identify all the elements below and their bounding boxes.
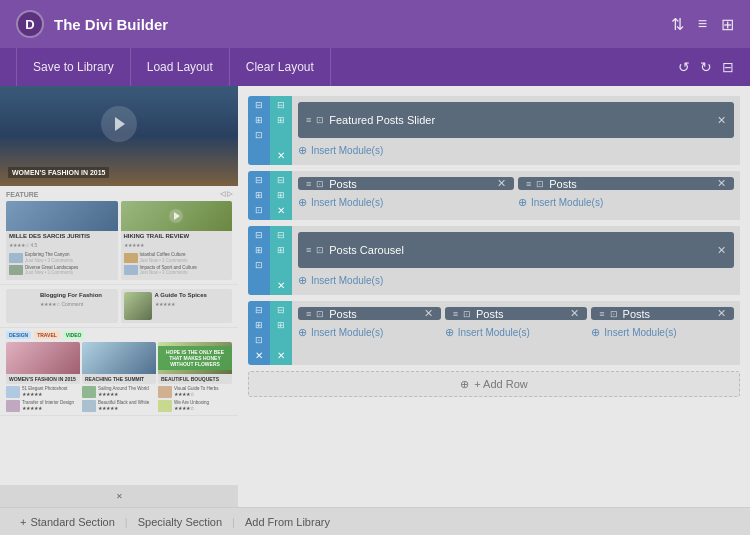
row-delete-icon-4[interactable]: ✕ [277,350,285,361]
module-settings-icon-5[interactable]: ⊡ [316,309,324,319]
section-settings-icon-3[interactable]: ⊞ [255,245,263,255]
specialty-section-button[interactable]: Specialty Section [128,508,232,536]
module-settings-icon[interactable]: ⊡ [316,115,324,125]
standard-section-button[interactable]: + Standard Section [10,508,125,536]
section-1: ⊟ ⊞ ⊡ ⊟ ⊞ ✕ ≡ ⊡ Featured P [248,96,740,165]
module-posts-4c[interactable]: ≡ ⊡ Posts ✕ [591,307,734,320]
section-bar-3: ⊟ ⊞ ⊡ [248,226,270,295]
module-settings-icon-7[interactable]: ⊡ [610,309,618,319]
insert-module-7[interactable]: ⊕ Insert Module(s) [591,324,734,341]
insert-plus-icon-3: ⊕ [518,196,527,209]
section-copy-icon-2[interactable]: ⊡ [255,205,263,215]
section-bar-1: ⊟ ⊞ ⊡ [248,96,270,165]
row-settings-icon-3[interactable]: ⊟ [277,230,285,240]
module-hamburger-icon-4[interactable]: ≡ [306,245,311,255]
row-settings-icon-2[interactable]: ⊟ [277,175,285,185]
section-4: ⊟ ⊞ ⊡ ✕ ⊟ ⊞ ✕ ≡ [248,301,740,365]
row-delete-icon-2[interactable]: ✕ [277,205,285,216]
module-settings-icon-3[interactable]: ⊡ [536,179,544,189]
travel-badge: TRAVEL [34,331,60,339]
section-copy-icon-4[interactable]: ⊡ [255,335,263,345]
add-from-library-button[interactable]: Add From Library [235,508,340,536]
module-posts-1[interactable]: ≡ ⊡ Posts ✕ [298,177,514,190]
preview-panel: WOMEN'S FASHION IN 2015 FEATURE ◁ ▷ MILL… [0,86,238,507]
header-left: D The Divi Builder [16,10,168,38]
insert-module-4[interactable]: ⊕ Insert Module(s) [298,272,734,289]
insert-plus-icon-4: ⊕ [298,274,307,287]
preview-section-blog: Blogging For Fashion ★★★★☆ Comment A Gui… [0,285,238,328]
module-hamburger-icon-5[interactable]: ≡ [306,309,311,319]
save-to-library-button[interactable]: Save to Library [16,48,131,86]
menu-icon[interactable]: ≡ [698,15,707,33]
section-settings-icon[interactable]: ⊞ [255,115,263,125]
standard-plus-icon: + [20,516,26,528]
module-posts-4b[interactable]: ≡ ⊡ Posts ✕ [445,307,588,320]
add-row-plus-icon: ⊕ [460,378,469,391]
load-layout-button[interactable]: Load Layout [131,48,230,86]
section-3-row-area: ⊟ ⊞ ✕ ≡ ⊡ Posts Carousel ✕ [270,226,740,295]
section-drag-icon-4[interactable]: ⊟ [255,305,263,315]
preview-card-1: MILLE DES SARCIS JURITIS ★★★★☆ 4.5 Explo… [6,201,118,280]
module-featured-posts-slider[interactable]: ≡ ⊡ Featured Posts Slider ✕ [298,102,734,138]
section-drag-icon[interactable]: ⊟ [255,100,263,110]
insert-module-3[interactable]: ⊕ Insert Module(s) [518,194,734,211]
preview-hero: WOMEN'S FASHION IN 2015 [0,86,238,186]
module-settings-icon-2[interactable]: ⊡ [316,179,324,189]
row-cols-icon-4[interactable]: ⊞ [277,320,285,330]
preview-blog-card-2: A Guide To Spices ★★★★★ [121,289,233,323]
insert-module-6[interactable]: ⊕ Insert Module(s) [445,324,588,341]
row-settings-icon-4[interactable]: ⊟ [277,305,285,315]
feature-label: FEATURE [6,191,39,198]
module-settings-icon-4[interactable]: ⊡ [316,245,324,255]
row-bar-4-1: ⊟ ⊞ ✕ [270,301,292,365]
add-row-button[interactable]: ⊕ + Add Row [248,371,740,397]
module-hamburger-icon-7[interactable]: ≡ [599,309,604,319]
row-cols-icon[interactable]: ⊞ [277,115,285,125]
module-name-5: Posts [329,308,357,320]
section-settings-icon-2[interactable]: ⊞ [255,190,263,200]
module-close-3[interactable]: ✕ [717,177,726,190]
clear-layout-button[interactable]: Clear Layout [230,48,331,86]
module-close-1[interactable]: ✕ [717,114,726,127]
preview-add-row: ✕ [0,485,238,507]
insert-module-5[interactable]: ⊕ Insert Module(s) [298,324,441,341]
section-2-row-area: ⊟ ⊞ ✕ ≡ ⊡ Posts [270,171,740,220]
row-cols-icon-3[interactable]: ⊞ [277,245,285,255]
sort-icon[interactable]: ⇅ [671,15,684,34]
module-hamburger-icon-3[interactable]: ≡ [526,179,531,189]
module-posts-carousel[interactable]: ≡ ⊡ Posts Carousel ✕ [298,232,734,268]
section-copy-icon[interactable]: ⊡ [255,130,263,140]
module-hamburger-icon[interactable]: ≡ [306,115,311,125]
section-copy-icon-3[interactable]: ⊡ [255,260,263,270]
module-posts-2[interactable]: ≡ ⊡ Posts ✕ [518,177,734,190]
module-hamburger-icon-2[interactable]: ≡ [306,179,311,189]
row-cols-icon-2[interactable]: ⊞ [277,190,285,200]
cols-area-3-1: ≡ ⊡ Posts Carousel ✕ ⊕ Insert Module(s) [292,226,740,295]
settings-icon[interactable]: ⊟ [722,59,734,75]
module-settings-icon-6[interactable]: ⊡ [463,309,471,319]
section-delete-icon-4[interactable]: ✕ [255,350,263,361]
redo-icon[interactable]: ↻ [700,59,712,75]
module-posts-4a[interactable]: ≡ ⊡ Posts ✕ [298,307,441,320]
insert-module-1[interactable]: ⊕ Insert Module(s) [298,142,734,159]
grid-icon[interactable]: ⊞ [721,15,734,34]
row-delete-icon[interactable]: ✕ [277,150,285,161]
section-settings-icon-4[interactable]: ⊞ [255,320,263,330]
row-settings-icon[interactable]: ⊟ [277,100,285,110]
cols-area-1-1: ≡ ⊡ Featured Posts Slider ✕ ⊕ Insert Mod… [292,96,740,165]
module-close-7[interactable]: ✕ [717,307,726,320]
module-close-5[interactable]: ✕ [424,307,433,320]
module-close-6[interactable]: ✕ [570,307,579,320]
divi-logo[interactable]: D [16,10,44,38]
module-name-6: Posts [476,308,504,320]
module-close-4[interactable]: ✕ [717,244,726,257]
section-drag-icon-2[interactable]: ⊟ [255,175,263,185]
insert-plus-icon-1: ⊕ [298,144,307,157]
undo-icon[interactable]: ↺ [678,59,690,75]
section-drag-icon-3[interactable]: ⊟ [255,230,263,240]
insert-module-2[interactable]: ⊕ Insert Module(s) [298,194,514,211]
row-delete-icon-3[interactable]: ✕ [277,280,285,291]
builder-panel: ⊟ ⊞ ⊡ ⊟ ⊞ ✕ ≡ ⊡ Featured P [238,86,750,507]
module-hamburger-icon-6[interactable]: ≡ [453,309,458,319]
module-close-2[interactable]: ✕ [497,177,506,190]
